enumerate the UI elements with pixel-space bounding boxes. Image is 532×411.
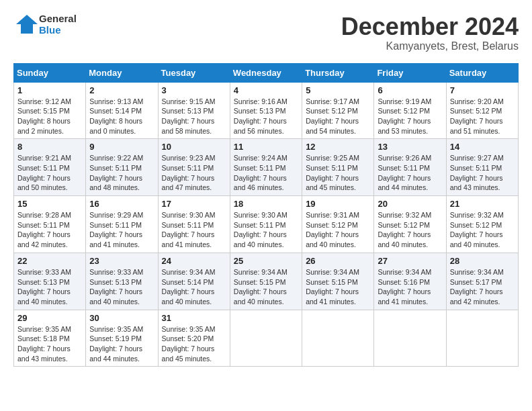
month-title: December 2024	[341, 13, 519, 40]
day-number: 21	[450, 199, 515, 209]
location: Kamyanyets, Brest, Belarus	[341, 40, 519, 52]
day-info: Sunrise: 9:32 AM Sunset: 5:12 PM Dayligh…	[450, 210, 515, 250]
day-number: 16	[89, 199, 154, 209]
calendar-table: Sunday Monday Tuesday Wednesday Thursday…	[13, 63, 519, 367]
day-info: Sunrise: 9:33 AM Sunset: 5:13 PM Dayligh…	[17, 267, 82, 307]
week-row-5: 29 Sunrise: 9:35 AM Sunset: 5:18 PM Dayl…	[14, 310, 519, 367]
calendar-cell: 30 Sunrise: 9:35 AM Sunset: 5:19 PM Dayl…	[86, 310, 158, 367]
day-number: 6	[378, 85, 442, 95]
header-tuesday: Tuesday	[158, 63, 230, 82]
calendar-cell: 13 Sunrise: 9:26 AM Sunset: 5:11 PM Dayl…	[374, 139, 446, 196]
calendar-cell: 15 Sunrise: 9:28 AM Sunset: 5:11 PM Dayl…	[14, 196, 86, 253]
day-info: Sunrise: 9:35 AM Sunset: 5:18 PM Dayligh…	[17, 324, 82, 364]
calendar-cell: 14 Sunrise: 9:27 AM Sunset: 5:11 PM Dayl…	[446, 139, 518, 196]
day-number: 30	[89, 313, 154, 323]
calendar-cell: 8 Sunrise: 9:21 AM Sunset: 5:11 PM Dayli…	[14, 139, 86, 196]
day-number: 12	[306, 142, 370, 152]
logo: General Blue	[13, 13, 77, 36]
title-section: December 2024 Kamyanyets, Brest, Belarus	[341, 13, 519, 52]
calendar-cell: 20 Sunrise: 9:32 AM Sunset: 5:12 PM Dayl…	[374, 196, 446, 253]
calendar-cell: 11 Sunrise: 9:24 AM Sunset: 5:11 PM Dayl…	[230, 139, 302, 196]
day-info: Sunrise: 9:33 AM Sunset: 5:13 PM Dayligh…	[89, 267, 154, 307]
day-number: 31	[162, 313, 226, 323]
header-sunday: Sunday	[14, 63, 86, 82]
calendar-cell: 9 Sunrise: 9:22 AM Sunset: 5:11 PM Dayli…	[86, 139, 158, 196]
day-info: Sunrise: 9:12 AM Sunset: 5:15 PM Dayligh…	[17, 97, 82, 136]
calendar-cell: 10 Sunrise: 9:23 AM Sunset: 5:11 PM Dayl…	[158, 139, 230, 196]
day-number: 5	[306, 85, 370, 95]
week-row-4: 22 Sunrise: 9:33 AM Sunset: 5:13 PM Dayl…	[14, 253, 519, 310]
week-row-1: 1 Sunrise: 9:12 AM Sunset: 5:15 PM Dayli…	[14, 82, 519, 139]
header-saturday: Saturday	[446, 63, 518, 82]
day-number: 17	[162, 199, 226, 209]
day-number: 26	[306, 256, 370, 266]
calendar-cell	[302, 310, 374, 367]
day-info: Sunrise: 9:32 AM Sunset: 5:12 PM Dayligh…	[378, 210, 442, 250]
svg-marker-0	[16, 15, 38, 34]
week-row-2: 8 Sunrise: 9:21 AM Sunset: 5:11 PM Dayli…	[14, 139, 519, 196]
day-info: Sunrise: 9:35 AM Sunset: 5:19 PM Dayligh…	[89, 324, 154, 364]
day-number: 4	[234, 85, 298, 95]
day-info: Sunrise: 9:34 AM Sunset: 5:15 PM Dayligh…	[234, 267, 298, 307]
calendar-cell: 12 Sunrise: 9:25 AM Sunset: 5:11 PM Dayl…	[302, 139, 374, 196]
day-number: 7	[450, 85, 515, 95]
day-info: Sunrise: 9:30 AM Sunset: 5:11 PM Dayligh…	[234, 210, 298, 250]
day-info: Sunrise: 9:34 AM Sunset: 5:17 PM Dayligh…	[450, 267, 515, 307]
calendar-cell: 1 Sunrise: 9:12 AM Sunset: 5:15 PM Dayli…	[14, 82, 86, 139]
calendar-cell: 16 Sunrise: 9:29 AM Sunset: 5:11 PM Dayl…	[86, 196, 158, 253]
calendar-cell	[446, 310, 518, 367]
day-number: 27	[378, 256, 442, 266]
day-header-row: Sunday Monday Tuesday Wednesday Thursday…	[14, 63, 519, 82]
day-number: 25	[234, 256, 298, 266]
day-info: Sunrise: 9:28 AM Sunset: 5:11 PM Dayligh…	[17, 210, 82, 250]
day-number: 3	[162, 85, 226, 95]
calendar-cell: 17 Sunrise: 9:30 AM Sunset: 5:11 PM Dayl…	[158, 196, 230, 253]
day-number: 24	[162, 256, 226, 266]
header: General Blue December 2024 Kamyanyets, B…	[13, 13, 519, 52]
day-info: Sunrise: 9:15 AM Sunset: 5:13 PM Dayligh…	[162, 97, 226, 136]
day-number: 15	[17, 199, 82, 209]
calendar-cell: 6 Sunrise: 9:19 AM Sunset: 5:12 PM Dayli…	[374, 82, 446, 139]
calendar-cell: 19 Sunrise: 9:31 AM Sunset: 5:12 PM Dayl…	[302, 196, 374, 253]
calendar-cell: 23 Sunrise: 9:33 AM Sunset: 5:13 PM Dayl…	[86, 253, 158, 310]
calendar-cell: 25 Sunrise: 9:34 AM Sunset: 5:15 PM Dayl…	[230, 253, 302, 310]
day-info: Sunrise: 9:16 AM Sunset: 5:13 PM Dayligh…	[234, 97, 298, 136]
day-info: Sunrise: 9:17 AM Sunset: 5:12 PM Dayligh…	[306, 97, 370, 136]
day-info: Sunrise: 9:25 AM Sunset: 5:11 PM Dayligh…	[306, 153, 370, 193]
calendar-cell: 21 Sunrise: 9:32 AM Sunset: 5:12 PM Dayl…	[446, 196, 518, 253]
day-info: Sunrise: 9:27 AM Sunset: 5:11 PM Dayligh…	[450, 153, 515, 193]
header-monday: Monday	[86, 63, 158, 82]
day-number: 22	[17, 256, 82, 266]
day-number: 1	[17, 85, 82, 95]
day-info: Sunrise: 9:13 AM Sunset: 5:14 PM Dayligh…	[89, 97, 154, 136]
day-number: 14	[450, 142, 515, 152]
day-info: Sunrise: 9:29 AM Sunset: 5:11 PM Dayligh…	[89, 210, 154, 250]
day-number: 11	[234, 142, 298, 152]
day-number: 29	[17, 313, 82, 323]
day-info: Sunrise: 9:20 AM Sunset: 5:12 PM Dayligh…	[450, 97, 515, 136]
day-info: Sunrise: 9:34 AM Sunset: 5:15 PM Dayligh…	[306, 267, 370, 307]
calendar-cell: 7 Sunrise: 9:20 AM Sunset: 5:12 PM Dayli…	[446, 82, 518, 139]
calendar-cell: 18 Sunrise: 9:30 AM Sunset: 5:11 PM Dayl…	[230, 196, 302, 253]
calendar-cell: 31 Sunrise: 9:35 AM Sunset: 5:20 PM Dayl…	[158, 310, 230, 367]
day-info: Sunrise: 9:21 AM Sunset: 5:11 PM Dayligh…	[17, 153, 82, 193]
calendar-cell	[230, 310, 302, 367]
day-number: 23	[89, 256, 154, 266]
calendar-cell: 27 Sunrise: 9:34 AM Sunset: 5:16 PM Dayl…	[374, 253, 446, 310]
calendar-cell: 26 Sunrise: 9:34 AM Sunset: 5:15 PM Dayl…	[302, 253, 374, 310]
day-info: Sunrise: 9:22 AM Sunset: 5:11 PM Dayligh…	[89, 153, 154, 193]
day-info: Sunrise: 9:23 AM Sunset: 5:11 PM Dayligh…	[162, 153, 226, 193]
week-row-3: 15 Sunrise: 9:28 AM Sunset: 5:11 PM Dayl…	[14, 196, 519, 253]
day-info: Sunrise: 9:26 AM Sunset: 5:11 PM Dayligh…	[378, 153, 442, 193]
calendar-cell: 22 Sunrise: 9:33 AM Sunset: 5:13 PM Dayl…	[14, 253, 86, 310]
day-number: 10	[162, 142, 226, 152]
day-info: Sunrise: 9:19 AM Sunset: 5:12 PM Dayligh…	[378, 97, 442, 136]
day-number: 13	[378, 142, 442, 152]
day-number: 9	[89, 142, 154, 152]
calendar-cell: 4 Sunrise: 9:16 AM Sunset: 5:13 PM Dayli…	[230, 82, 302, 139]
calendar-cell: 2 Sunrise: 9:13 AM Sunset: 5:14 PM Dayli…	[86, 82, 158, 139]
header-friday: Friday	[374, 63, 446, 82]
calendar-cell: 24 Sunrise: 9:34 AM Sunset: 5:14 PM Dayl…	[158, 253, 230, 310]
day-number: 2	[89, 85, 154, 95]
header-thursday: Thursday	[302, 63, 374, 82]
